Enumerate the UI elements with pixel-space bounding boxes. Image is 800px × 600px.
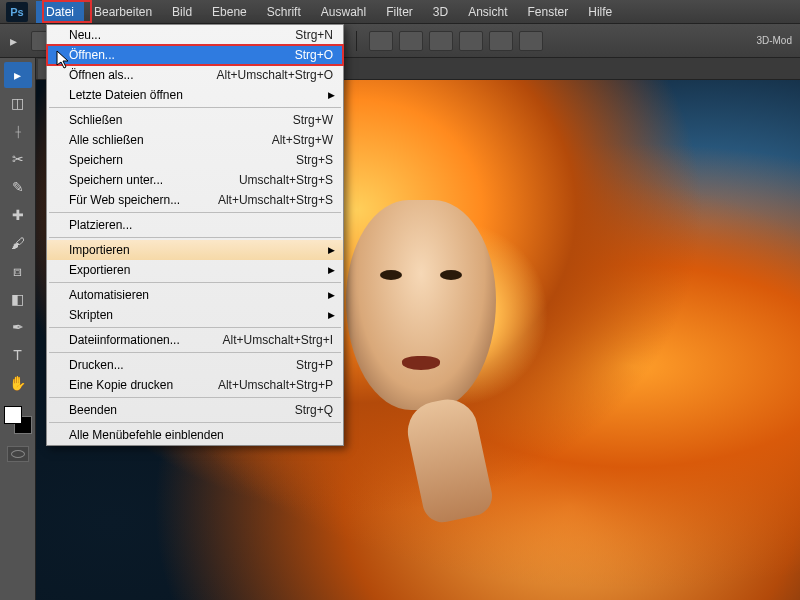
menu-separator [49, 352, 341, 353]
stamp-tool[interactable]: ⧈ [4, 258, 32, 284]
menu-separator [49, 282, 341, 283]
menu-item-alle-schlie-en[interactable]: Alle schließenAlt+Strg+W [47, 130, 343, 150]
move-tool[interactable]: ▸ [4, 62, 32, 88]
menu-ansicht[interactable]: Ansicht [458, 1, 517, 23]
menu-item--ffnen-als-[interactable]: Öffnen als...Alt+Umschalt+Strg+O [47, 65, 343, 85]
menu-item-schlie-en[interactable]: SchließenStrg+W [47, 110, 343, 130]
menu-item-platzieren-[interactable]: Platzieren... [47, 215, 343, 235]
crop-tool[interactable]: ✂ [4, 146, 32, 172]
menu-filter[interactable]: Filter [376, 1, 423, 23]
menu-fenster[interactable]: Fenster [518, 1, 579, 23]
pen-tool[interactable]: ✒ [4, 314, 32, 340]
menu-bearbeiten[interactable]: Bearbeiten [84, 1, 162, 23]
file-menu-dropdown: Neu...Strg+NÖffnen...Strg+OÖffnen als...… [46, 24, 344, 446]
menu-3d[interactable]: 3D [423, 1, 458, 23]
eraser-tool[interactable]: ◧ [4, 286, 32, 312]
menu-item-shortcut: Alt+Umschalt+Strg+P [218, 378, 333, 392]
artwork-hand [402, 394, 495, 526]
menu-item-shortcut: Umschalt+Strg+S [239, 173, 333, 187]
menu-item-shortcut: Alt+Umschalt+Strg+S [218, 193, 333, 207]
menu-item-label: Schließen [69, 113, 122, 127]
lasso-tool[interactable]: ⟊ [4, 118, 32, 144]
submenu-arrow-icon: ▶ [328, 265, 335, 275]
menu-item-beenden[interactable]: BeendenStrg+Q [47, 400, 343, 420]
menu-item-shortcut: Strg+S [296, 153, 333, 167]
tools-panel: ▸ ◫ ⟊ ✂ ✎ ✚ 🖌 ⧈ ◧ ✒ T ✋ [0, 58, 36, 600]
menu-item-label: Automatisieren [69, 288, 149, 302]
menu-item-label: Exportieren [69, 263, 130, 277]
artwork-face [346, 200, 496, 410]
distribute-button[interactable] [519, 31, 543, 51]
menu-item-eine-kopie-drucken[interactable]: Eine Kopie druckenAlt+Umschalt+Strg+P [47, 375, 343, 395]
quickmask-toggle[interactable] [7, 446, 29, 462]
menu-item-speichern[interactable]: SpeichernStrg+S [47, 150, 343, 170]
eyedropper-tool[interactable]: ✎ [4, 174, 32, 200]
menu-item-shortcut: Alt+Umschalt+Strg+O [217, 68, 333, 82]
menu-separator [49, 107, 341, 108]
artwork-eye [380, 270, 402, 280]
menu-datei[interactable]: Datei [36, 1, 84, 23]
artwork-eye [440, 270, 462, 280]
menu-item-shortcut: Strg+W [293, 113, 333, 127]
menu-separator [49, 397, 341, 398]
menu-item-shortcut: Strg+Q [295, 403, 333, 417]
menu-item-label: Speichern unter... [69, 173, 163, 187]
artwork-lips [402, 356, 440, 370]
menu-item-skripten[interactable]: Skripten▶ [47, 305, 343, 325]
menu-item-label: Öffnen als... [69, 68, 133, 82]
submenu-arrow-icon: ▶ [328, 90, 335, 100]
menu-item-speichern-unter-[interactable]: Speichern unter...Umschalt+Strg+S [47, 170, 343, 190]
menu-item-label: Drucken... [69, 358, 124, 372]
menu-item-shortcut: Alt+Umschalt+Strg+I [223, 333, 333, 347]
menu-schrift[interactable]: Schrift [257, 1, 311, 23]
menu-item-label: Neu... [69, 28, 101, 42]
menu-item-dateiinformationen-[interactable]: Dateiinformationen...Alt+Umschalt+Strg+I [47, 330, 343, 350]
menu-separator [49, 237, 341, 238]
move-tool-icon: ▸ [10, 33, 17, 49]
menu-separator [49, 422, 341, 423]
submenu-arrow-icon: ▶ [328, 290, 335, 300]
menu-item-label: Öffnen... [69, 48, 115, 62]
menu-item-importieren[interactable]: Importieren▶ [47, 240, 343, 260]
menu-ebene[interactable]: Ebene [202, 1, 257, 23]
text-tool[interactable]: T [4, 342, 32, 368]
menu-item-exportieren[interactable]: Exportieren▶ [47, 260, 343, 280]
menu-item-f-r-web-speichern-[interactable]: Für Web speichern...Alt+Umschalt+Strg+S [47, 190, 343, 210]
menu-item-shortcut: Alt+Strg+W [272, 133, 333, 147]
submenu-arrow-icon: ▶ [328, 310, 335, 320]
menu-hilfe[interactable]: Hilfe [578, 1, 622, 23]
heal-tool[interactable]: ✚ [4, 202, 32, 228]
distribute-button[interactable] [459, 31, 483, 51]
menu-item-label: Importieren [69, 243, 130, 257]
marquee-tool[interactable]: ◫ [4, 90, 32, 116]
menu-item-drucken-[interactable]: Drucken...Strg+P [47, 355, 343, 375]
menu-item-shortcut: Strg+P [296, 358, 333, 372]
menu-item-automatisieren[interactable]: Automatisieren▶ [47, 285, 343, 305]
menubar: Ps DateiBearbeitenBildEbeneSchriftAuswah… [0, 0, 800, 24]
menu-item-letzte-dateien-ffnen[interactable]: Letzte Dateien öffnen▶ [47, 85, 343, 105]
menu-bild[interactable]: Bild [162, 1, 202, 23]
menu-item-alle-men-befehle-einblenden[interactable]: Alle Menübefehle einblenden [47, 425, 343, 445]
distribute-button[interactable] [399, 31, 423, 51]
menu-item-label: Letzte Dateien öffnen [69, 88, 183, 102]
submenu-arrow-icon: ▶ [328, 245, 335, 255]
brush-tool[interactable]: 🖌 [4, 230, 32, 256]
menu-item-label: Dateiinformationen... [69, 333, 180, 347]
menu-item-shortcut: Strg+N [295, 28, 333, 42]
menu-item-label: Beenden [69, 403, 117, 417]
separator [356, 31, 357, 51]
menu-item--ffnen-[interactable]: Öffnen...Strg+O [47, 45, 343, 65]
mode-label[interactable]: 3D-Mod [756, 35, 792, 46]
menu-item-label: Eine Kopie drucken [69, 378, 173, 392]
color-swatches[interactable] [4, 406, 32, 434]
hand-tool[interactable]: ✋ [4, 370, 32, 396]
menu-separator [49, 327, 341, 328]
foreground-swatch[interactable] [4, 406, 22, 424]
menu-auswahl[interactable]: Auswahl [311, 1, 376, 23]
distribute-button[interactable] [429, 31, 453, 51]
menu-item-neu-[interactable]: Neu...Strg+N [47, 25, 343, 45]
menu-item-label: Platzieren... [69, 218, 132, 232]
distribute-button[interactable] [489, 31, 513, 51]
distribute-button[interactable] [369, 31, 393, 51]
menu-item-shortcut: Strg+O [295, 48, 333, 62]
